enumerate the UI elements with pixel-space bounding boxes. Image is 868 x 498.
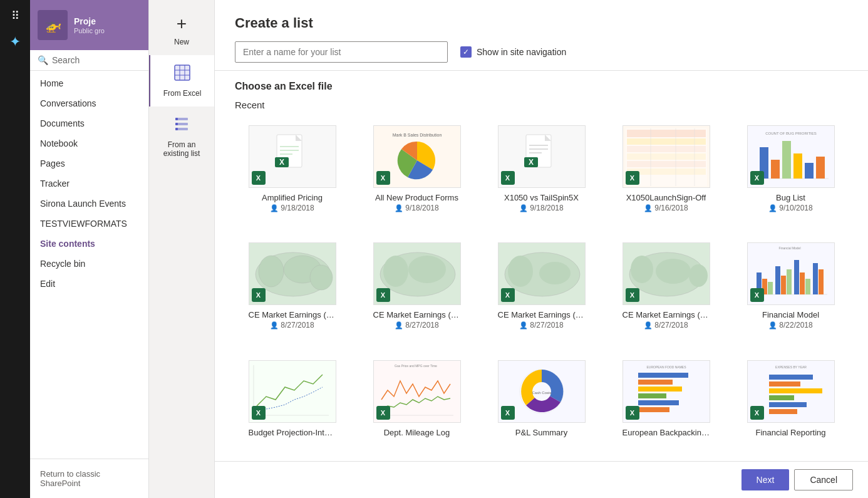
file-card-9[interactable]: Financial Model bbox=[728, 235, 853, 352]
app-bar: ⠿ ✦ bbox=[0, 0, 30, 498]
panel-item-existing-list[interactable]: From an existing list bbox=[149, 106, 214, 167]
svg-rect-89 bbox=[638, 386, 682, 392]
sidebar-item-pages[interactable]: Pages bbox=[30, 153, 148, 174]
excel-badge-14: X bbox=[750, 406, 764, 420]
excel-badge-9: X bbox=[750, 288, 764, 302]
svg-rect-75 bbox=[813, 263, 818, 294]
cancel-button[interactable]: Cancel bbox=[794, 469, 853, 490]
panel-item-new[interactable]: + New bbox=[149, 5, 214, 55]
svg-rect-0 bbox=[175, 65, 190, 80]
file-card-6[interactable]: X CE Market Earnings (Proj) 👤 8/27/2018 bbox=[354, 235, 479, 352]
sidebar-item-testview[interactable]: TESTVIEWFORMATS bbox=[30, 214, 148, 234]
svg-rect-25 bbox=[529, 152, 542, 153]
svg-rect-30 bbox=[627, 138, 706, 145]
excel-badge-5: X bbox=[252, 288, 266, 302]
svg-rect-33 bbox=[627, 161, 706, 167]
file-card-3[interactable]: X X1050LaunchSign-Off 👤 9/16/2018 bbox=[604, 118, 728, 235]
svg-rect-98 bbox=[769, 402, 807, 407]
person-icon-9: 👤 bbox=[768, 321, 777, 329]
file-name-2: X1050 vs TailSpin5X bbox=[504, 193, 579, 202]
file-card-11[interactable]: Gas Price and MPG over Time X Dept. Mile… bbox=[354, 353, 479, 461]
file-name-0: Amplified Pricing bbox=[262, 193, 323, 202]
list-icon bbox=[173, 115, 190, 137]
file-card-12[interactable]: Cash Costs X P&L Summary bbox=[479, 353, 604, 461]
search-icon: 🔍 bbox=[38, 55, 48, 65]
sidebar-item-tracker[interactable]: Tracker bbox=[30, 174, 148, 194]
svg-rect-76 bbox=[819, 269, 824, 294]
file-thumbnail-2: X X bbox=[498, 125, 586, 188]
person-icon-7: 👤 bbox=[519, 321, 528, 329]
panel-item-new-label: New bbox=[174, 38, 189, 46]
svg-rect-73 bbox=[800, 272, 805, 294]
app-logo[interactable]: ✦ bbox=[7, 31, 23, 53]
file-card-4[interactable]: COUNT OF BUG PRIORITIES X Bug List 👤 9/1… bbox=[728, 118, 853, 235]
svg-rect-70 bbox=[781, 276, 786, 294]
file-name-5: CE Market Earnings (Proj) bbox=[249, 310, 336, 319]
file-date-2: 👤 9/18/2018 bbox=[519, 204, 563, 212]
svg-point-63 bbox=[689, 264, 708, 287]
excel-badge-11: X bbox=[376, 406, 390, 420]
file-card-0[interactable]: X X Amplified Pricing 👤 9/18/2018 bbox=[230, 118, 354, 235]
nav-footer: Return to classic SharePoint bbox=[30, 459, 148, 498]
site-title: Proje bbox=[74, 16, 105, 27]
file-card-8[interactable]: X CE Market Earnings (Proj) 👤 8/27/2018 bbox=[604, 235, 728, 352]
file-date-3: 👤 9/16/2018 bbox=[644, 204, 688, 212]
file-card-13[interactable]: EUROPEAN FOOD NAMES X European Backpacki… bbox=[604, 353, 728, 461]
next-button[interactable]: Next bbox=[741, 469, 790, 490]
svg-point-57 bbox=[508, 256, 533, 287]
excel-badge-7: X bbox=[501, 288, 515, 302]
show-in-nav-label: Show in site navigation bbox=[477, 47, 566, 57]
person-icon-0: 👤 bbox=[270, 204, 279, 212]
excel-badge-0: X bbox=[252, 171, 266, 185]
file-date-1: 👤 9/18/2018 bbox=[395, 204, 438, 212]
file-date-4: 👤 9/10/2018 bbox=[768, 204, 812, 212]
file-card-10[interactable]: X Budget Projection-Inter... bbox=[230, 353, 354, 461]
file-card-7[interactable]: X CE Market Earnings (Proj) 👤 8/27/2018 bbox=[479, 235, 604, 352]
main-content: Create a list ✓ Show in site navigation … bbox=[215, 0, 868, 498]
file-name-9: Financial Model bbox=[762, 310, 819, 319]
sidebar-item-documents[interactable]: Documents bbox=[30, 113, 148, 133]
search-box[interactable]: 🔍 Search bbox=[30, 50, 148, 71]
sidebar-item-edit[interactable]: Edit bbox=[30, 274, 148, 294]
sidebar-item-conversations[interactable]: Conversations bbox=[30, 93, 148, 113]
file-thumbnail-3: X bbox=[623, 125, 710, 188]
file-date-0: 👤 9/18/2018 bbox=[270, 204, 314, 212]
svg-point-50 bbox=[310, 265, 333, 290]
file-name-4: Bug List bbox=[776, 193, 805, 202]
svg-rect-24 bbox=[529, 148, 548, 150]
show-in-nav-checkbox[interactable]: ✓ bbox=[460, 46, 472, 58]
file-thumbnail-6: X bbox=[373, 242, 461, 305]
person-icon-2: 👤 bbox=[519, 204, 528, 212]
file-card-2[interactable]: X X X1050 vs TailSpin5X 👤 9/18/2018 bbox=[479, 118, 604, 235]
file-card-1[interactable]: Mark B Sales Distribution X All New Prod… bbox=[354, 118, 479, 235]
sidebar-item-sirona[interactable]: Sirona Launch Events bbox=[30, 194, 148, 214]
svg-rect-69 bbox=[775, 266, 780, 294]
panel-item-from-excel[interactable]: From Excel bbox=[149, 55, 214, 106]
file-thumbnail-11: Gas Price and MPG over Time X bbox=[373, 360, 461, 423]
svg-rect-99 bbox=[769, 409, 797, 414]
sidebar-item-recycle[interactable]: Recycle bin bbox=[30, 254, 148, 274]
svg-text:EUROPEAN FOOD NAMES: EUROPEAN FOOD NAMES bbox=[646, 365, 686, 369]
sidebar-item-home[interactable]: Home bbox=[30, 73, 148, 93]
waffle-icon[interactable]: ⠿ bbox=[8, 5, 23, 26]
svg-rect-87 bbox=[638, 373, 688, 378]
person-icon-4: 👤 bbox=[768, 204, 777, 212]
svg-rect-11 bbox=[175, 128, 178, 130]
file-date-7: 👤 8/27/2018 bbox=[519, 321, 563, 329]
svg-rect-88 bbox=[638, 380, 673, 385]
sidebar-item-notebook[interactable]: Notebook bbox=[30, 133, 148, 153]
sidebar-item-site-contents[interactable]: Site contents bbox=[30, 234, 148, 254]
svg-rect-43 bbox=[793, 153, 802, 179]
return-to-classic[interactable]: Return to classic SharePoint bbox=[30, 464, 148, 493]
file-thumbnail-7: X bbox=[498, 242, 586, 305]
file-name-3: X1050LaunchSign-Off bbox=[626, 193, 706, 202]
panel-item-excel-label: From Excel bbox=[163, 89, 202, 98]
file-date-6: 👤 8/27/2018 bbox=[395, 321, 438, 329]
file-card-14[interactable]: EXPENSES BY YEAR X Financial Reporting bbox=[728, 353, 853, 461]
svg-rect-97 bbox=[769, 395, 794, 400]
file-date-5: 👤 8/27/2018 bbox=[270, 321, 314, 329]
excel-badge-4: X bbox=[750, 171, 764, 185]
list-name-input[interactable] bbox=[235, 41, 448, 63]
excel-badge-10: X bbox=[252, 406, 266, 420]
file-card-5[interactable]: X CE Market Earnings (Proj) 👤 8/27/2018 bbox=[230, 235, 354, 352]
